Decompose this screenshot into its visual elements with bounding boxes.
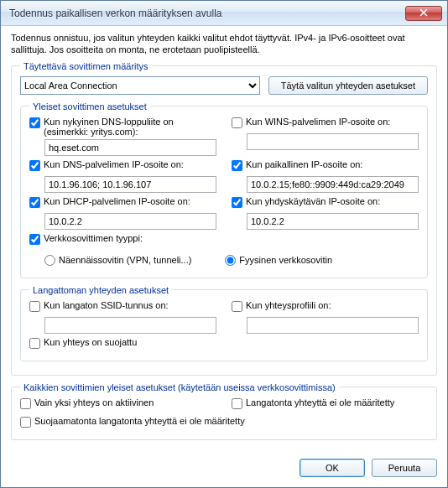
cancel-button[interactable]: Peruuta: [372, 459, 437, 477]
wins-ip-label: Kun WINS-palvelimen IP-osoite on:: [246, 117, 390, 127]
ssid-input[interactable]: [44, 317, 216, 334]
no-unsecured-wifi-checkbox[interactable]: [20, 417, 31, 428]
global-settings-group: Kaikkien sovittimien yleiset asetukset (…: [11, 382, 437, 440]
wireless-group: Langattoman yhteyden asetukset Kun langa…: [20, 285, 428, 361]
close-button[interactable]: [405, 6, 442, 21]
window-title: Todennus paikallisen verkon määrityksen …: [9, 8, 405, 19]
dns-ip-input[interactable]: [44, 176, 216, 193]
ssid-checkbox[interactable]: [29, 301, 40, 312]
wins-ip-input[interactable]: [247, 133, 419, 150]
titlebar: Todennus paikallisen verkon määrityksen …: [1, 1, 447, 26]
profile-label: Kun yhteysprofiili on:: [246, 300, 331, 311]
adapter-config-group: Täytettävä sovittimen määritys Local Are…: [11, 61, 437, 376]
wins-ip-checkbox[interactable]: [232, 117, 242, 128]
dhcp-ip-input[interactable]: [44, 213, 216, 230]
close-icon: [419, 8, 428, 17]
no-unsecured-wifi-label: Suojaamatonta langatonta yhteyttä ei ole…: [34, 416, 245, 427]
dns-suffix-checkbox[interactable]: [29, 117, 40, 128]
local-ip-checkbox[interactable]: [232, 160, 242, 171]
dns-suffix-input[interactable]: [44, 139, 216, 156]
profile-checkbox[interactable]: [232, 301, 242, 312]
gateway-ip-label: Kun yhdyskäytävän IP-osoite on:: [246, 196, 380, 207]
adapter-select[interactable]: Local Area Connection: [20, 76, 260, 95]
secured-label: Kun yhteys on suojattu: [44, 337, 137, 348]
general-adapter-legend: Yleiset sovittimen asetukset: [29, 101, 150, 112]
adapter-type-checkbox[interactable]: [29, 234, 40, 245]
adapter-type-virtual-radio[interactable]: [44, 255, 55, 266]
adapter-type-physical-label: Fyysinen verkkosovitin: [239, 255, 332, 265]
secured-checkbox[interactable]: [29, 338, 40, 349]
local-ip-input[interactable]: [247, 176, 419, 193]
no-wireless-label: Langatonta yhteyttä ei ole määritetty: [246, 397, 394, 408]
wireless-legend: Langattoman yhteyden asetukset: [29, 285, 172, 295]
fill-settings-button[interactable]: Täytä valitun yhteyden asetukset: [268, 76, 428, 95]
global-settings-legend: Kaikkien sovittimien yleiset asetukset (…: [20, 382, 339, 392]
dhcp-ip-label: Kun DHCP-palvelimen IP-osoite on:: [44, 196, 190, 207]
profile-input[interactable]: [247, 317, 419, 334]
dns-ip-label: Kun DNS-palvelimen IP-osoite on:: [44, 159, 184, 170]
ssid-label: Kun langaton SSID-tunnus on:: [44, 300, 169, 311]
adapter-type-physical-radio[interactable]: [225, 255, 236, 266]
general-adapter-group: Yleiset sovittimen asetukset Kun nykyine…: [20, 101, 428, 278]
dialog-footer: OK Peruuta: [1, 454, 447, 487]
local-ip-label: Kun paikallinen IP-osoite on:: [246, 159, 362, 170]
no-wireless-checkbox[interactable]: [232, 398, 242, 409]
ok-button[interactable]: OK: [300, 459, 365, 477]
adapter-type-label: Verkkosovittimen tyyppi:: [44, 233, 143, 244]
dhcp-ip-checkbox[interactable]: [29, 197, 40, 208]
only-one-active-checkbox[interactable]: [20, 398, 31, 409]
only-one-active-label: Vain yksi yhteys on aktiivinen: [34, 397, 154, 408]
dns-ip-checkbox[interactable]: [29, 160, 40, 171]
dialog-window: Todennus paikallisen verkon määrityksen …: [0, 0, 448, 488]
description-text: Todennus onnistuu, jos valitun yhteyden …: [11, 33, 437, 56]
dns-suffix-label: Kun nykyinen DNS-loppuliite on (esimerkk…: [44, 117, 216, 138]
adapter-type-virtual-label: Näennäissovitin (VPN, tunneli...): [59, 255, 191, 265]
gateway-ip-input[interactable]: [247, 213, 419, 230]
content-area: Todennus onnistuu, jos valitun yhteyden …: [1, 26, 447, 454]
gateway-ip-checkbox[interactable]: [232, 197, 242, 208]
adapter-config-legend: Täytettävä sovittimen määritys: [20, 61, 152, 71]
